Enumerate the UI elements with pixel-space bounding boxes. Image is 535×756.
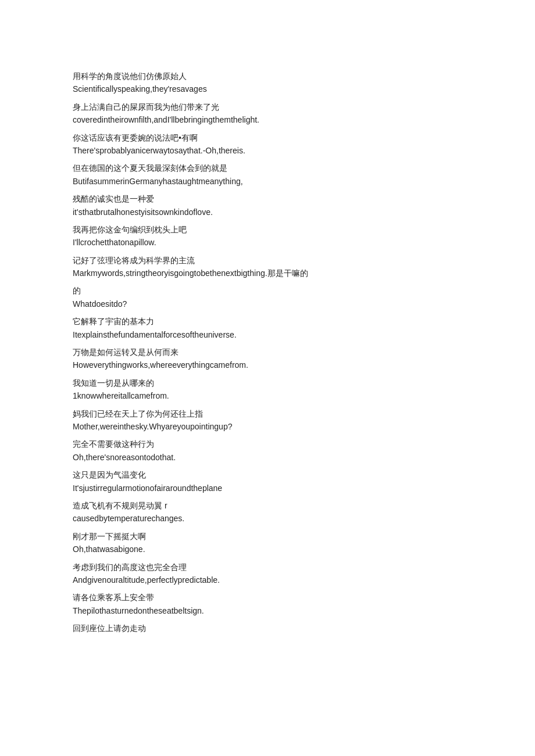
english-line: ButifasummerinGermanyhastaughtmeanything… [73, 175, 462, 188]
text-pair: 万物是如何运转又是从何而来Howeverythingworks,whereeve… [73, 346, 462, 372]
chinese-line: 记好了弦理论将成为科学界的主流 [73, 254, 462, 267]
text-pair: 这只是因为气温变化It'sjustirregularmotionofairaro… [73, 468, 462, 495]
chinese-line: 妈我们已经在天上了你为何还往上指 [73, 407, 462, 420]
chinese-line: 用科学的角度说他们仿佛原始人 [73, 70, 462, 83]
text-pair: 刚才那一下摇挺大啊Oh,thatwasabigone. [73, 530, 462, 556]
text-pair: 我再把你这金句编织到枕头上吧I'llcrochetthatonapillow. [73, 223, 462, 249]
english-line: Itexplainsthefundamentalforcesoftheunive… [73, 328, 462, 341]
text-pair: 妈我们已经在天上了你为何还往上指Mother,wereinthesky.Whya… [73, 407, 462, 433]
chinese-line: 它解释了宇宙的基本力 [73, 315, 462, 328]
chinese-line: 残酷的诚实也是一种爱 [73, 192, 462, 205]
chinese-line: 你这话应该有更委婉的说法吧•有啊 [73, 131, 462, 144]
english-line: Thepilothasturnedontheseatbeltsign. [73, 604, 462, 617]
text-pair: 但在德国的这个夏天我最深刻体会到的就是ButifasummerinGermany… [73, 162, 462, 188]
text-pair: 它解释了宇宙的基本力Itexplainsthefundamentalforces… [73, 315, 462, 341]
chinese-line: 的 [73, 284, 462, 297]
chinese-line: 回到座位上请勿走动 [73, 622, 462, 635]
text-pair: 造成飞机有不规则晃动翼 rcausedbytemperaturechanges. [73, 499, 462, 525]
chinese-line: 但在德国的这个夏天我最深刻体会到的就是 [73, 162, 462, 174]
english-line: it'sthatbrutalhonestyisitsownkindoflove. [73, 206, 462, 218]
english-line: Howeverythingworks,whereeverythingcamefr… [73, 359, 462, 371]
english-line: There'sprobablyanicerwaytosaythat.-Oh,th… [73, 144, 462, 157]
english-line: Oh,there'snoreasontodothat. [73, 451, 462, 464]
text-pair: 考虑到我们的高度这也完全合理Andgivenouraltitude,perfec… [73, 561, 462, 587]
english-line: Andgivenouraltitude,perfectlypredictable… [73, 574, 462, 586]
chinese-line: 造成飞机有不规则晃动翼 r [73, 499, 462, 512]
text-pair: 身上沾满自己的屎尿而我为他们带来了光coveredintheirownfilth… [73, 101, 462, 127]
english-line: causedbytemperaturechanges. [73, 512, 462, 525]
english-line: Mother,wereinthesky.Whyareyoupointingup? [73, 420, 462, 433]
english-line: coveredintheirownfilth,andI'llbebringing… [73, 113, 462, 126]
chinese-line: 万物是如何运转又是从何而来 [73, 346, 462, 359]
english-line: Whatdoesitdo? [73, 298, 462, 310]
english-line: Oh,thatwasabigone. [73, 543, 462, 556]
text-pair: 请各位乘客系上安全带Thepilothasturnedontheseatbelt… [73, 591, 462, 617]
text-pair: 记好了弦理论将成为科学界的主流Markmywords,stringtheoryi… [73, 254, 462, 280]
text-pair: 完全不需要做这种行为Oh,there'snoreasontodothat. [73, 438, 462, 464]
text-pair: 的Whatdoesitdo? [73, 284, 462, 310]
english-line: I'llcrochetthatonapillow. [73, 236, 462, 249]
text-pair: 我知道一切是从哪来的1knowwhereitallcamefrom. [73, 377, 462, 403]
text-pair: 用科学的角度说他们仿佛原始人Scientificallyspeaking,the… [73, 70, 462, 96]
text-pair: 残酷的诚实也是一种爱it'sthatbrutalhonestyisitsownk… [73, 192, 462, 218]
chinese-line: 刚才那一下摇挺大啊 [73, 530, 462, 543]
chinese-line: 请各位乘客系上安全带 [73, 591, 462, 604]
chinese-line: 考虑到我们的高度这也完全合理 [73, 561, 462, 574]
english-line: Scientificallyspeaking,they'resavages [73, 83, 462, 95]
chinese-line: 身上沾满自己的屎尿而我为他们带来了光 [73, 101, 462, 113]
chinese-line: 完全不需要做这种行为 [73, 438, 462, 450]
main-content: 用科学的角度说他们仿佛原始人Scientificallyspeaking,the… [73, 70, 462, 635]
text-pair: 回到座位上请勿走动 [73, 622, 462, 635]
english-line: 1knowwhereitallcamefrom. [73, 389, 462, 402]
text-pair: 你这话应该有更委婉的说法吧•有啊There'sprobablyanicerway… [73, 131, 462, 157]
chinese-line: 我再把你这金句编织到枕头上吧 [73, 223, 462, 236]
chinese-line: 我知道一切是从哪来的 [73, 377, 462, 389]
english-line: It'sjustirregularmotionofairaroundthepla… [73, 482, 462, 495]
english-line: Markmywords,stringtheoryisgoingtobethene… [73, 267, 462, 280]
chinese-line: 这只是因为气温变化 [73, 468, 462, 481]
